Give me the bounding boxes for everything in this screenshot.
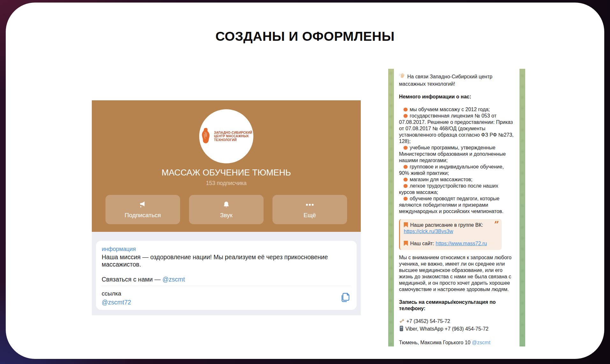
bullet-dot-icon [403, 108, 408, 112]
info-section-label: информация [102, 246, 351, 253]
link-label: ссылка [102, 290, 131, 297]
info-card: информация Наша миссия — оздоровление на… [96, 241, 357, 310]
messenger-number[interactable]: Viber, WhatsApp +7 (963) 454-75-72 [405, 326, 489, 332]
address-text: Тюмень, Максима Горького 10 [399, 340, 472, 345]
chat-background-right [519, 69, 525, 346]
logo-text: ЗАПАДНО-СИБИРСКИЙ ЦЕНТР МАССАЖНЫХ ТЕХНОЛ… [214, 131, 252, 142]
contact-username-link[interactable]: @zscmt [162, 276, 185, 283]
mobile-phone-icon [399, 325, 404, 333]
bullet-item: государственная лицензия № 053 от 07.08.… [399, 113, 514, 145]
bullet-item: мы обучаем массажу с 2012 года; [399, 106, 514, 113]
channel-actions: Подписаться Звук [92, 195, 361, 224]
slide-card: СОЗДАНЫ И ОФОРМЛЕНЫ ЗАПАДНО-СИБИРСКИЙ ЦЕ… [6, 3, 604, 359]
greeting-line: На связи Западно-Сибирский центр массажн… [399, 73, 514, 87]
site-link[interactable]: https://www.mass72.ru [436, 241, 487, 246]
more-button[interactable]: Ещё [272, 195, 347, 224]
channel-name: МАССАЖ ОБУЧЕНИЕ ТЮМЕНЬ [92, 168, 361, 178]
bullet-dot-icon [403, 165, 408, 169]
megaphone-icon [138, 200, 147, 209]
bookmark-icon [404, 241, 408, 246]
about-heading: Немного информации о нас: [399, 94, 514, 100]
slide-title: СОЗДАНЫ И ОФОРМЛЕНЫ [6, 29, 604, 43]
bullet-item: магазин для массажистов; [399, 176, 514, 183]
bullet-item: учебные программы, утвержденные Министер… [399, 145, 514, 164]
vk-schedule-link[interactable]: https://clck.ru/3Bvs3w [404, 229, 453, 234]
booking-heading: Запись на семинары/консультация по телеф… [399, 299, 514, 312]
bullet-dot-icon [403, 146, 408, 150]
bullet-item: легкое трудоустройство после наших курсо… [399, 183, 514, 196]
waving-hand-icon [399, 73, 406, 81]
messenger-line: Viber, WhatsApp +7 (963) 454-75-72 [399, 325, 514, 333]
bullet-item: групповое и индивидуальное обучение, 90%… [399, 164, 514, 176]
sound-button[interactable]: Звук [189, 195, 264, 224]
channel-avatar[interactable]: ЗАПАДНО-СИБИРСКИЙ ЦЕНТР МАССАЖНЫХ ТЕХНОЛ… [199, 109, 253, 163]
logo-map-hands-icon [200, 127, 212, 145]
bullet-item: обучение проводят педагоги, которые явля… [399, 196, 514, 215]
telegram-chat-message: На связи Западно-Сибирский центр массажн… [388, 69, 525, 346]
message-body: На связи Западно-Сибирский центр массажн… [394, 69, 519, 346]
phone-receiver-icon [399, 318, 405, 325]
contact-line: Связаться с нами — @zscmt [102, 276, 351, 283]
bell-icon [222, 200, 230, 209]
site-line: Наш сайт: https://www.mass72.ru [404, 240, 493, 247]
more-dots-icon [304, 200, 315, 209]
contact-prefix: Связаться с нами — [102, 276, 162, 283]
quoted-links-block: ” Наше расписание в группе ВК: https://c… [399, 219, 502, 250]
sound-label: Звук [220, 212, 233, 219]
subscribe-button[interactable]: Подписаться [105, 195, 180, 224]
quote-mark: ” [494, 220, 499, 229]
phones-block: +7 (3452) 54-75-72 Viber [399, 318, 514, 333]
link-row: ссылка @zscmt72 [102, 290, 351, 306]
values-paragraph: Мы с вниманием относимся к запросам любо… [399, 254, 514, 293]
channel-header: ЗАПАДНО-СИБИРСКИЙ ЦЕНТР МАССАЖНЫХ ТЕХНОЛ… [92, 100, 361, 232]
channel-subscribers: 153 подписчика [92, 180, 361, 187]
phone-number[interactable]: +7 (3452) 54-75-72 [406, 318, 450, 324]
channel-info-section: информация Наша миссия — оздоровление на… [92, 232, 361, 315]
more-label: Ещё [304, 212, 316, 219]
greeting-text: На связи Западно-Сибирский центр массажн… [399, 74, 492, 87]
divider [102, 286, 351, 286]
copy-pages-icon[interactable] [339, 292, 351, 304]
bookmark-icon [404, 222, 408, 227]
address-line: Тюмень, Максима Горького 10 @zscmt [399, 339, 514, 346]
bullet-list: мы обучаем массажу с 2012 года; государс… [399, 106, 514, 215]
chat-background-left [388, 69, 394, 346]
bullet-dot-icon [403, 197, 408, 201]
address-username-link[interactable]: @zscmt [472, 340, 490, 345]
telegram-channel-profile: ЗАПАДНО-СИБИРСКИЙ ЦЕНТР МАССАЖНЫХ ТЕХНОЛ… [92, 100, 361, 315]
bullet-dot-icon [403, 114, 408, 118]
subscribe-label: Подписаться [125, 212, 161, 219]
bullet-dot-icon [403, 184, 408, 188]
schedule-line: Наше расписание в группе ВК: https://clc… [404, 222, 493, 235]
bullet-dot-icon [403, 178, 408, 182]
channel-username-link[interactable]: @zscmt72 [102, 299, 131, 306]
channel-description: Наша миссия — оздоровление нации! Мы реа… [102, 253, 351, 268]
phone-line: +7 (3452) 54-75-72 [399, 318, 514, 325]
